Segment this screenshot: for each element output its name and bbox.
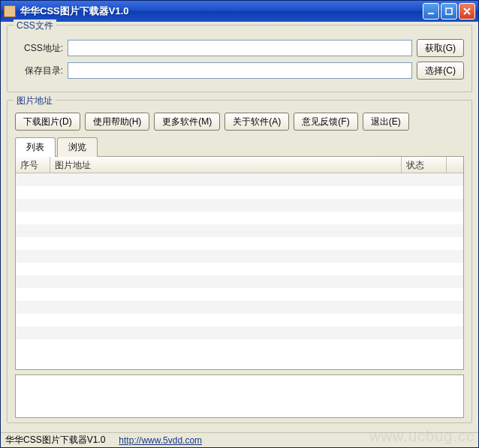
tab-list[interactable]: 列表 — [15, 137, 56, 157]
maximize-icon — [444, 7, 453, 16]
table-row[interactable] — [16, 301, 463, 314]
status-bar: 华华CSS图片下载器V1.0 http://www.5vdd.com — [1, 432, 478, 447]
table-header: 序号 图片地址 状态 — [16, 157, 463, 173]
close-icon — [462, 7, 471, 16]
status-app-name: 华华CSS图片下载器V1.0 — [5, 434, 105, 446]
more-software-button[interactable]: 更多软件(M) — [154, 113, 220, 131]
save-dir-input[interactable] — [68, 62, 412, 79]
css-url-label: CSS地址: — [15, 42, 63, 55]
table-body[interactable] — [16, 173, 463, 369]
image-url-group: 图片地址 下载图片(D) 使用帮助(H) 更多软件(M) 关于软件(A) 意见反… — [7, 100, 472, 423]
css-file-group: CSS文件 CSS地址: 获取(G) 保存目录: 选择(C) — [7, 25, 472, 92]
help-button[interactable]: 使用帮助(H) — [85, 113, 150, 131]
col-end — [447, 157, 463, 173]
svg-rect-1 — [446, 8, 452, 14]
feedback-button[interactable]: 意见反馈(F) — [294, 113, 357, 131]
action-toolbar: 下载图片(D) 使用帮助(H) 更多软件(M) 关于软件(A) 意见反馈(F) … — [15, 113, 464, 131]
download-button[interactable]: 下载图片(D) — [15, 113, 80, 131]
maximize-button[interactable] — [441, 3, 457, 20]
table-row[interactable] — [16, 173, 463, 186]
image-group-title: 图片地址 — [14, 95, 56, 107]
table-row[interactable] — [16, 250, 463, 263]
window-title: 华华CSS图片下载器V1.0 — [20, 5, 423, 18]
status-link[interactable]: http://www.5vdd.com — [119, 435, 202, 446]
col-status[interactable]: 状态 — [402, 157, 447, 173]
get-button[interactable]: 获取(G) — [417, 39, 464, 57]
choose-button[interactable]: 选择(C) — [417, 62, 464, 80]
col-seq[interactable]: 序号 — [16, 157, 50, 173]
svg-rect-0 — [428, 13, 434, 14]
list-panel: 序号 图片地址 状态 — [15, 156, 464, 370]
table-row[interactable] — [16, 263, 463, 275]
exit-button[interactable]: 退出(E) — [363, 113, 409, 131]
table-row[interactable] — [16, 212, 463, 224]
app-icon — [4, 5, 16, 17]
window-controls — [423, 3, 475, 20]
tab-strip: 列表 浏览 — [15, 137, 464, 157]
table-row[interactable] — [16, 199, 463, 212]
table-row[interactable] — [16, 237, 463, 250]
app-window: 华华CSS图片下载器V1.0 CSS文件 CSS地址: 获取(G) 保存目录: — [0, 0, 479, 448]
close-button[interactable] — [459, 3, 475, 20]
table-row[interactable] — [16, 326, 463, 339]
table-row[interactable] — [16, 275, 463, 288]
save-dir-row: 保存目录: 选择(C) — [15, 62, 464, 80]
css-url-input[interactable] — [68, 40, 412, 56]
table-row[interactable] — [16, 288, 463, 301]
css-group-title: CSS文件 — [14, 20, 56, 32]
table-row[interactable] — [16, 339, 463, 352]
col-url[interactable]: 图片地址 — [50, 157, 402, 173]
content-area: CSS文件 CSS地址: 获取(G) 保存目录: 选择(C) 图片地址 下载图片… — [1, 22, 478, 432]
titlebar[interactable]: 华华CSS图片下载器V1.0 — [1, 1, 478, 22]
table-row[interactable] — [16, 224, 463, 237]
table-row[interactable] — [16, 186, 463, 199]
minimize-button[interactable] — [423, 3, 439, 20]
log-area — [15, 374, 464, 418]
css-url-row: CSS地址: 获取(G) — [15, 39, 464, 57]
about-button[interactable]: 关于软件(A) — [224, 113, 289, 131]
save-dir-label: 保存目录: — [15, 65, 63, 77]
table-row[interactable] — [16, 314, 463, 326]
tab-browse[interactable]: 浏览 — [57, 137, 98, 157]
minimize-icon — [426, 7, 435, 16]
